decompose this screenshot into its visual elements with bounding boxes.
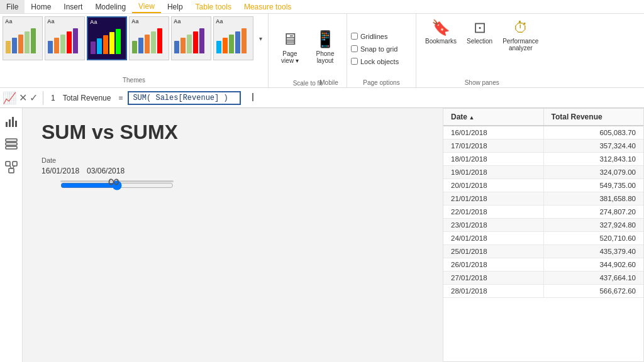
themes-dropdown[interactable]: ▾ (255, 16, 265, 60)
menu-measure-tools[interactable]: Measure tools (238, 0, 297, 13)
date-filter: Date 16/01/2018 03/06/2018 ∞ (42, 156, 424, 182)
formula-bar: 📈 ✕ ✓ 1 Total Revenue = I (0, 88, 644, 108)
table-row[interactable]: 22/01/2018 274,807.20 (443, 206, 643, 219)
date-cell: 20/01/2018 (443, 179, 544, 192)
gridlines-checkbox-row[interactable]: Gridlines (351, 33, 387, 40)
formula-cancel-button[interactable]: ✕ (19, 92, 27, 104)
selection-button[interactable]: ⊡ Selection (463, 16, 496, 78)
model-view-icon[interactable] (3, 158, 20, 176)
revenue-cell: 327,924.80 (544, 219, 644, 231)
table-row[interactable]: 28/01/2018 566,672.60 (443, 285, 643, 298)
svg-rect-1 (9, 119, 11, 127)
table-row[interactable]: 20/01/2018 549,735.00 (443, 179, 643, 192)
table-header: Date Total Revenue (443, 109, 643, 126)
svg-rect-8 (13, 162, 17, 166)
table-row[interactable]: 27/01/2018 437,664.10 (443, 272, 643, 285)
infinity-icon: ∞ (108, 172, 118, 191)
date-cell: 27/01/2018 (443, 272, 544, 284)
theme-swatch-2[interactable]: Aa (87, 16, 127, 60)
table-row[interactable]: 24/01/2018 520,710.60 (443, 232, 643, 245)
table-body: 16/01/2018 605,083.70 17/01/2018 357,324… (443, 126, 643, 298)
themes-section: Aa Aa Aa Aa Aa Aa (0, 14, 269, 87)
snap-to-grid-checkbox[interactable] (351, 45, 358, 52)
theme-swatch-4[interactable]: Aa (171, 16, 211, 60)
bookmarks-button[interactable]: 🔖 Bookmarks (421, 16, 460, 78)
performance-analyzer-button[interactable]: ⏱ Performanceanalyzer (499, 16, 542, 78)
date-cell: 18/01/2018 (443, 153, 544, 165)
date-cell: 25/01/2018 (443, 245, 544, 258)
menu-table-tools[interactable]: Table tools (189, 0, 238, 13)
table-row[interactable]: 21/01/2018 381,658.80 (443, 192, 643, 206)
table-row[interactable]: 18/01/2018 312,843.10 (443, 153, 643, 166)
menu-file[interactable]: File (0, 0, 25, 13)
page-view-icon: 🖥 (282, 30, 298, 49)
table-row[interactable]: 19/01/2018 324,079.00 (443, 166, 643, 179)
snap-to-grid-checkbox-row[interactable]: Snap to grid (351, 45, 397, 53)
lock-objects-checkbox-row[interactable]: Lock objects (351, 58, 399, 65)
date-cell: 23/01/2018 (443, 219, 544, 231)
svg-rect-3 (15, 121, 17, 127)
theme-swatch-3[interactable]: Aa (129, 16, 169, 60)
date-cell: 19/01/2018 (443, 166, 544, 178)
revenue-column-header[interactable]: Total Revenue (544, 109, 644, 125)
table-row[interactable]: 26/01/2018 344,902.60 (443, 258, 643, 272)
data-view-icon[interactable] (3, 136, 20, 153)
page-view-button[interactable]: 🖥 Pageview ▾ (274, 27, 306, 67)
revenue-cell: 605,083.70 (544, 126, 644, 139)
page-options-section: Gridlines Snap to grid Lock objects Page… (347, 14, 416, 87)
table-row[interactable]: 25/01/2018 435,379.40 (443, 245, 643, 258)
formula-confirm-button[interactable]: ✓ (30, 92, 38, 104)
formula-input[interactable] (128, 91, 241, 105)
date-filter-label: Date (42, 156, 424, 164)
phone-layout-button[interactable]: 📱 Phonelayout (309, 27, 341, 67)
revenue-cell: 549,735.00 (544, 179, 644, 192)
mobile-label: Mobile (319, 79, 338, 86)
date-cell: 24/01/2018 (443, 232, 544, 244)
measure-chart-icon: 📈 (3, 91, 16, 105)
date-slider[interactable]: ∞ (42, 180, 424, 182)
lock-objects-label: Lock objects (360, 58, 399, 65)
date-cell: 22/01/2018 (443, 206, 544, 218)
theme-swatch-0[interactable]: Aa (3, 16, 43, 60)
show-panes-label: Show panes (421, 79, 542, 86)
menu-insert[interactable]: Insert (57, 0, 89, 13)
phone-layout-label: Phonelayout (316, 50, 335, 64)
revenue-cell: 312,843.10 (544, 153, 644, 165)
theme-swatch-1[interactable]: Aa (45, 16, 85, 60)
menu-view[interactable]: View (132, 0, 161, 13)
data-table: Date Total Revenue 16/01/2018 605,083.70… (443, 108, 644, 362)
table-row[interactable]: 23/01/2018 327,924.80 (443, 219, 643, 232)
revenue-cell: 324,079.00 (544, 166, 644, 178)
svg-rect-5 (6, 143, 17, 145)
report-view-icon[interactable] (3, 113, 20, 131)
menu-help[interactable]: Help (161, 0, 189, 13)
menu-modeling[interactable]: Modeling (89, 0, 132, 13)
date-end: 03/06/2018 (87, 167, 125, 175)
main-area: SUM vs SUMX Date 16/01/2018 03/06/2018 ∞… (0, 108, 644, 362)
scale-to-fit-section: 🖥 Pageview ▾ 📱 Phonelayout Scale to fit … (269, 14, 347, 87)
svg-rect-4 (6, 139, 17, 141)
date-cell: 26/01/2018 (443, 258, 544, 271)
canvas: SUM vs SUMX Date 16/01/2018 03/06/2018 ∞ (23, 108, 443, 362)
revenue-cell: 566,672.60 (544, 285, 644, 297)
lock-objects-checkbox[interactable] (351, 58, 358, 65)
revenue-cell: 435,379.40 (544, 245, 644, 258)
left-toolbar (0, 108, 23, 362)
theme-swatch-5[interactable]: Aa (213, 16, 253, 60)
table-row[interactable]: 16/01/2018 605,083.70 (443, 126, 643, 140)
table-row[interactable]: 17/01/2018 357,324.40 (443, 140, 643, 153)
date-column-header[interactable]: Date (443, 109, 544, 125)
revenue-cell: 357,324.40 (544, 140, 644, 152)
svg-rect-9 (9, 168, 14, 173)
page-view-label: Pageview ▾ (281, 50, 299, 64)
selection-label: Selection (467, 38, 492, 45)
menu-home[interactable]: Home (25, 0, 57, 13)
gridlines-checkbox[interactable] (351, 33, 358, 40)
revenue-cell: 274,807.20 (544, 206, 644, 218)
measure-name: Total Revenue (63, 94, 114, 102)
gridlines-label: Gridlines (360, 33, 387, 40)
svg-rect-2 (12, 117, 14, 127)
formula-cursor-icon: I (251, 91, 254, 104)
date-cell: 17/01/2018 (443, 140, 544, 152)
revenue-cell: 344,902.60 (544, 258, 644, 271)
